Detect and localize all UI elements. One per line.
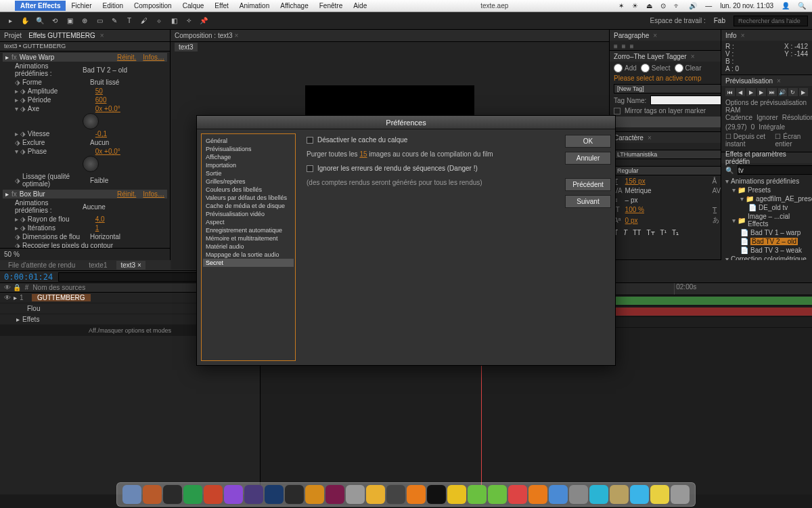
menu-fenetre[interactable]: Fenêtre [314,1,348,11]
preset-select[interactable]: Aucune [83,203,106,211]
menu-effet[interactable]: Effet [209,1,233,11]
ok-button[interactable]: OK [565,135,611,148]
anchor-tool[interactable]: ⊕ [78,15,91,27]
preset-select[interactable]: Bad TV 2 – old [83,66,127,74]
ignorer-value[interactable]: 0 [751,123,755,131]
prefs-nav-item[interactable]: Mappage de la sortie audio [203,251,294,259]
prefs-nav-item[interactable]: Prévisualisations [203,145,294,153]
smallcaps-button[interactable]: Tᴛ [646,229,654,236]
tab-texte1[interactable]: texte1 [85,261,111,270]
dock-vlc-icon[interactable] [528,485,547,504]
dock-photoshop-icon[interactable] [265,485,284,504]
resolution-value[interactable]: Intégrale [759,123,785,131]
clone-tool[interactable]: ⟐ [153,15,165,27]
tab-effets[interactable]: Effets GUTTEMBERG × [28,32,104,39]
tab-zorro[interactable]: Zorro–The Layer Tagger [614,53,687,60]
align-right-icon[interactable]: ≡ [630,43,634,50]
preset-search[interactable] [738,165,812,175]
tab-info[interactable]: Info [725,32,737,39]
hand-tool[interactable]: ✋ [19,15,31,27]
prop-recopier[interactable]: Recopier les pixels du contour [22,242,164,248]
exclure-value[interactable]: Aucun [90,139,109,146]
phase-value[interactable]: 0x +0,0° [95,148,120,155]
dock-word-icon[interactable] [549,485,568,504]
dock-app-icon[interactable] [650,485,669,504]
dock-app-icon[interactable] [589,485,608,504]
tab-paragraphe[interactable]: Paragraphe [614,32,649,39]
spotlight-icon[interactable]: 🔍 [796,2,808,9]
prev-frame-button[interactable]: ◀ [736,88,746,96]
status-icon[interactable]: ☀ [630,2,640,9]
dock-app-icon[interactable] [468,485,487,504]
rotate-tool[interactable]: ⟲ [49,15,61,27]
status-icon[interactable]: ⊙ [658,2,668,9]
effect-box-blur[interactable]: ▸fxBox BlurRéinit.Infos… [3,190,167,198]
close-icon[interactable]: × [100,32,104,39]
tree-badtv2[interactable]: 📄 Bad TV 2 – old [725,237,808,246]
cancel-button[interactable]: Annuler [565,152,611,165]
shape-tool[interactable]: ▭ [93,15,106,27]
font-size-value[interactable]: 156 px [625,177,710,185]
prefs-nav-item[interactable]: Affichage [203,153,294,161]
reinit-link[interactable]: Réinit. [117,54,136,61]
periode-value[interactable]: 600 [95,96,107,104]
chk-ignore-errors[interactable]: Ignorer les erreurs de rendu de séquence… [307,165,554,172]
tree-animations[interactable]: ▾Animations prédéfinies [725,177,808,186]
loop-button[interactable]: ↻ [788,88,798,96]
prefs-nav-item[interactable]: Enregistrement automatique [203,226,294,234]
battery-icon[interactable]: — [703,2,714,9]
prefs-nav-item[interactable]: Prévisualisation vidéo [203,210,294,218]
next-frame-button[interactable]: ▶ [757,88,767,96]
last-frame-button[interactable]: ⏭ [767,88,777,96]
selection-tool[interactable]: ▸ [4,15,16,27]
infos-link[interactable]: Infos… [143,190,164,198]
comp-breadcrumb[interactable]: text3 [175,43,198,51]
zorro-select[interactable]: Select [641,64,671,72]
clock[interactable]: lun. 20 nov. 11:03 [718,2,775,9]
tree-deold[interactable]: 📄 DE_old tv [725,203,808,212]
camera-tool[interactable]: ▣ [64,15,76,27]
dock-app-icon[interactable] [224,485,243,504]
tab-render-queue[interactable]: File d'attente de rendu [4,261,79,270]
dock-app-icon[interactable] [143,485,162,504]
tree-badtv1[interactable]: 📄 Bad TV 1 – warp [725,228,808,237]
dock-app-icon[interactable] [427,485,446,504]
prefs-nav-item[interactable]: Général [203,137,294,145]
phase-dial[interactable] [83,156,99,172]
dock-app-icon[interactable] [488,485,507,504]
align-center-icon[interactable]: ≡ [622,43,626,50]
axe-value[interactable]: 0x +0,0° [95,105,120,112]
prefs-nav-item[interactable]: Couleurs des libellés [203,186,294,194]
tree-image[interactable]: ▾📁 Image – ...cial Effects [725,212,808,228]
app-menu[interactable]: After Effects [15,1,66,11]
pen-tool[interactable]: ✎ [108,15,120,27]
menu-calque[interactable]: Calque [177,1,210,11]
zorro-clear[interactable]: Clear [675,64,702,72]
wifi-icon[interactable]: ᯤ [672,2,683,9]
tab-caractere[interactable]: Caractère [614,134,644,142]
next-button[interactable]: Suivant [565,195,611,208]
allcaps-button[interactable]: TT [633,229,641,236]
kerning-value[interactable]: Métrique [625,187,710,194]
dock-lightroom-icon[interactable] [285,485,304,504]
dock-indesign-icon[interactable] [325,485,344,504]
lissage-value[interactable]: Faible [90,177,108,184]
ram-preview-button[interactable]: ▶ [799,88,809,96]
menu-edition[interactable]: Edition [97,1,129,11]
tab-effets-params[interactable]: Effets et paramètres prédéfin [725,150,808,165]
zorro-add[interactable]: Add [614,64,637,72]
dock-app-icon[interactable] [366,485,385,504]
effect-wave-warp[interactable]: ▸fxWave WarpRéinit.Infos… [3,53,167,62]
dock-app-icon[interactable] [386,485,405,504]
tab-projet[interactable]: Projet [4,32,22,39]
audio-button[interactable]: 🔊 [778,88,788,96]
play-button[interactable]: ▶ [746,88,756,96]
tab-previsualisation[interactable]: Prévisualisation [725,77,773,85]
infos-link[interactable]: Infos… [143,54,164,61]
dock-finder-icon[interactable] [122,485,141,504]
puppet-tool[interactable]: 📌 [198,15,210,27]
dim-value[interactable]: Horizontal [90,233,120,240]
help-search[interactable] [734,16,808,26]
subscript-button[interactable]: T₁ [672,229,679,236]
zoom-tool[interactable]: 🔍 [34,15,46,27]
